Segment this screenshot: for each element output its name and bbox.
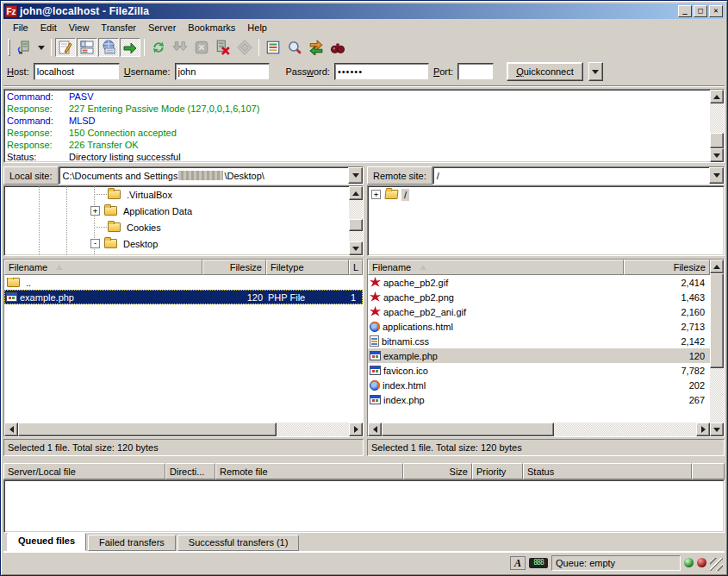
scroll-down-button[interactable]	[710, 423, 724, 436]
quickconnect-button[interactable]: Quickconnect	[507, 62, 583, 81]
scroll-down-button[interactable]	[349, 241, 363, 255]
menu-view[interactable]: View	[63, 21, 96, 34]
scrollbar-thumb[interactable]	[382, 423, 554, 436]
local-site-combobox[interactable]: C:\Documents and Settings\Desktop\	[59, 166, 364, 185]
disconnect-button[interactable]	[213, 38, 233, 57]
file-row-apache-pb2-gif[interactable]: apache_pb2.gif2,414	[368, 275, 710, 290]
chevron-down-icon	[592, 70, 599, 74]
maximize-button[interactable]: □	[694, 5, 707, 17]
menu-transfer[interactable]: Transfer	[95, 21, 142, 34]
toolbar-grip[interactable]	[8, 39, 10, 56]
menu-server[interactable]: Server	[142, 21, 182, 34]
column-header-filesize[interactable]: Filesize	[624, 260, 710, 275]
username-input[interactable]	[175, 63, 270, 80]
menu-file[interactable]: File	[7, 21, 34, 34]
column-header-last-modified[interactable]: L	[349, 260, 363, 275]
remote-list-vscrollbar[interactable]	[710, 260, 724, 436]
queue-tabs: Queued files Failed transfers Successful…	[3, 533, 725, 552]
menu-bookmarks[interactable]: Bookmarks	[182, 21, 241, 34]
menu-help[interactable]: Help	[241, 21, 273, 34]
tab-failed-transfers[interactable]: Failed transfers	[88, 535, 176, 551]
tree-item-application-data[interactable]: +Application Data	[4, 203, 349, 219]
tree-item-root[interactable]: +/	[368, 186, 724, 203]
column-header-direction[interactable]: Directi...	[165, 463, 215, 479]
file-row-index-html[interactable]: index.html202	[368, 378, 710, 392]
scroll-up-button[interactable]	[710, 90, 724, 103]
toggle-local-tree-button[interactable]	[77, 38, 97, 57]
column-header-status[interactable]: Status	[523, 463, 692, 479]
resize-grip[interactable]	[710, 558, 723, 571]
scrollbar-thumb[interactable]	[18, 423, 277, 436]
local-path-dropdown-button[interactable]	[348, 167, 363, 184]
scroll-right-button[interactable]	[696, 423, 710, 436]
password-label: Password:	[286, 66, 330, 77]
file-row-parent-dir[interactable]: ..	[4, 275, 363, 290]
expand-icon[interactable]: +	[90, 206, 100, 216]
column-header-filename[interactable]: Filename	[368, 260, 624, 275]
file-row-favicon-ico[interactable]: favicon.ico7,782	[368, 363, 710, 378]
column-header-filesize[interactable]: Filesize	[202, 260, 266, 275]
port-input[interactable]	[457, 63, 494, 80]
filezilla-window: Fz john@localhost - FileZilla _ □ ✕ File…	[0, 0, 728, 576]
file-row-example-php[interactable]: example.php 120PHP File1	[4, 290, 363, 304]
tab-queued-files[interactable]: Queued files	[7, 533, 86, 551]
collapse-icon[interactable]: -	[90, 239, 100, 248]
tree-item-virtualbox[interactable]: .VirtualBox	[4, 186, 349, 203]
cancel-button[interactable]	[191, 38, 212, 57]
column-header-priority[interactable]: Priority	[472, 463, 523, 479]
file-row-example-php[interactable]: example.php120	[368, 348, 710, 363]
scrollbar-thumb[interactable]	[349, 219, 363, 231]
scroll-right-button[interactable]	[349, 423, 363, 436]
directory-filters-button[interactable]	[263, 38, 283, 57]
tree-item-cookies[interactable]: Cookies	[4, 219, 349, 235]
file-row-index-php[interactable]: index.php267	[368, 392, 710, 407]
site-manager-dropdown-button[interactable]	[35, 38, 47, 57]
site-manager-button[interactable]	[14, 38, 34, 57]
toggle-remote-tree-button[interactable]	[98, 38, 119, 57]
minimize-button[interactable]: _	[678, 5, 692, 17]
titlebar[interactable]: Fz john@localhost - FileZilla _ □ ✕	[3, 3, 725, 19]
toggle-transfer-queue-button[interactable]	[120, 38, 140, 57]
scroll-left-button[interactable]	[368, 423, 382, 436]
file-row-applications-html[interactable]: applications.html2,713	[368, 319, 710, 334]
synchronized-browsing-button[interactable]	[306, 38, 327, 57]
quickconnect-dropdown-button[interactable]	[588, 62, 603, 81]
remote-list-hscrollbar[interactable]	[368, 423, 710, 436]
scroll-up-button[interactable]	[710, 260, 724, 273]
scrollbar-thumb[interactable]	[710, 133, 724, 148]
password-input[interactable]	[334, 63, 429, 80]
transfer-type-icon[interactable]: A	[510, 556, 526, 570]
remote-path-dropdown-button[interactable]	[709, 167, 724, 184]
folder-icon	[7, 278, 20, 287]
scroll-left-button[interactable]	[4, 423, 18, 436]
speed-limits-icon[interactable]: 888	[529, 558, 548, 568]
toggle-message-log-button[interactable]	[55, 38, 76, 57]
process-queue-button[interactable]	[170, 38, 190, 57]
file-row-apache-pb2-png[interactable]: apache_pb2.png1,463	[368, 290, 710, 304]
scrollbar-thumb[interactable]	[710, 273, 724, 368]
log-scrollbar[interactable]	[710, 90, 724, 162]
expand-icon[interactable]: +	[371, 190, 381, 199]
local-tree-scrollbar[interactable]	[349, 186, 363, 255]
local-list-hscrollbar[interactable]	[4, 423, 363, 436]
file-row-bitnami-css[interactable]: bitnami.css2,142	[368, 334, 710, 348]
find-files-button[interactable]	[327, 38, 348, 57]
column-header-server-local-file[interactable]: Server/Local file	[3, 463, 165, 479]
scroll-down-button[interactable]	[710, 148, 724, 162]
tree-item-desktop[interactable]: -Desktop	[4, 235, 349, 252]
find-files-icon	[330, 41, 345, 54]
file-row-apache-pb2-ani-gif[interactable]: apache_pb2_ani.gif2,160	[368, 304, 710, 319]
refresh-button[interactable]	[148, 38, 169, 57]
column-header-filename[interactable]: Filename	[4, 260, 202, 275]
column-header-filetype[interactable]: Filetype	[266, 260, 349, 275]
reconnect-button[interactable]	[234, 38, 255, 57]
remote-site-combobox[interactable]: /	[432, 166, 725, 185]
tab-successful-transfers[interactable]: Successful transfers (1)	[177, 535, 300, 551]
host-input[interactable]	[34, 63, 120, 80]
directory-comparison-button[interactable]	[284, 38, 305, 57]
column-header-remote-file[interactable]: Remote file	[215, 463, 403, 479]
scroll-up-button[interactable]	[349, 186, 363, 200]
close-button[interactable]: ✕	[709, 5, 723, 17]
menu-edit[interactable]: Edit	[34, 21, 63, 34]
column-header-size[interactable]: Size	[403, 463, 472, 479]
